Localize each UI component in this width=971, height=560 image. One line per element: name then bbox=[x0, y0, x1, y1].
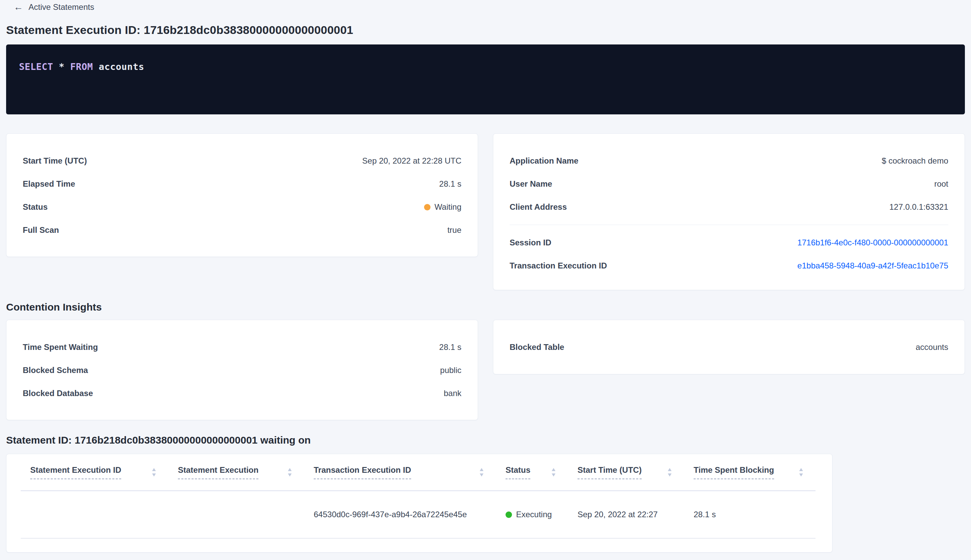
detail-row-status: Status Waiting bbox=[23, 195, 461, 218]
column-header-label: Transaction Execution ID bbox=[314, 465, 411, 479]
session-details-card: Application Name $ cockroach demo User N… bbox=[493, 133, 965, 290]
detail-row-application-name: Application Name $ cockroach demo bbox=[510, 149, 948, 172]
column-header-label: Time Spent Blocking bbox=[694, 465, 774, 479]
table-row: 64530d0c-969f-437e-a9b4-26a72245e45e Exe… bbox=[21, 491, 816, 538]
detail-row-full-scan: Full Scan true bbox=[23, 218, 461, 242]
column-header-statement-execution-id[interactable]: Statement Execution ID bbox=[21, 465, 169, 479]
detail-row-user-name: User Name root bbox=[510, 172, 948, 195]
detail-row-blocked-table: Blocked Table accounts bbox=[510, 336, 948, 359]
waiting-statements-table: Statement Execution ID Statement Executi… bbox=[6, 454, 833, 553]
status-text: Waiting bbox=[435, 202, 461, 212]
contention-insights-heading: Contention Insights bbox=[6, 300, 965, 315]
sort-icon[interactable] bbox=[551, 468, 556, 477]
cell-transaction-execution-id: 64530d0c-969f-437e-a9b4-26a72245e45e bbox=[304, 510, 496, 519]
column-header-label: Status bbox=[506, 465, 530, 479]
column-header-statement-execution[interactable]: Statement Execution bbox=[169, 465, 304, 479]
waiting-on-heading: Statement ID: 1716b218dc0b38380000000000… bbox=[6, 433, 965, 448]
detail-value: 127.0.0.1:63321 bbox=[889, 202, 949, 212]
detail-value: public bbox=[440, 365, 461, 375]
executing-status-dot-icon bbox=[506, 512, 512, 518]
detail-row-start-time: Start Time (UTC) Sep 20, 2022 at 22:28 U… bbox=[23, 149, 461, 172]
sql-star: * bbox=[59, 62, 65, 72]
back-arrow-icon: ← bbox=[13, 2, 23, 12]
sort-icon[interactable] bbox=[799, 468, 803, 477]
detail-label: Session ID bbox=[510, 238, 551, 247]
cell-status: Executing bbox=[496, 510, 568, 519]
table-header-row: Statement Execution ID Statement Executi… bbox=[21, 454, 816, 491]
detail-row-blocked-database: Blocked Database bank bbox=[23, 382, 461, 405]
statement-details-card: Start Time (UTC) Sep 20, 2022 at 22:28 U… bbox=[6, 133, 478, 257]
page-title: Statement Execution ID: 1716b218dc0b3838… bbox=[6, 22, 965, 37]
detail-label: Status bbox=[23, 202, 48, 212]
column-header-label: Statement Execution ID bbox=[30, 465, 121, 479]
session-id-link[interactable]: 1716b1f6-4e0c-f480-0000-000000000001 bbox=[797, 238, 948, 247]
status-text: Executing bbox=[516, 510, 552, 519]
breadcrumb-back-link[interactable]: ← Active Statements bbox=[13, 2, 94, 13]
status-badge: Waiting bbox=[424, 202, 461, 212]
detail-value: Sep 20, 2022 at 22:28 UTC bbox=[362, 156, 461, 166]
detail-row-blocked-schema: Blocked Schema public bbox=[23, 359, 461, 382]
detail-row-time-spent-waiting: Time Spent Waiting 28.1 s bbox=[23, 336, 461, 359]
sql-statement-box: SELECT * FROM accounts bbox=[6, 45, 965, 114]
detail-row-client-address: Client Address 127.0.0.1:63321 bbox=[510, 195, 948, 218]
blocked-table-card: Blocked Table accounts bbox=[493, 320, 965, 374]
column-header-label: Statement Execution bbox=[178, 465, 259, 479]
breadcrumb-label: Active Statements bbox=[28, 2, 94, 12]
sql-keyword-from: FROM bbox=[70, 62, 93, 72]
detail-label: Blocked Schema bbox=[23, 365, 88, 375]
detail-label: User Name bbox=[510, 179, 552, 189]
detail-label: Application Name bbox=[510, 156, 579, 166]
column-header-time-spent-blocking[interactable]: Time Spent Blocking bbox=[684, 465, 816, 479]
sql-keyword-select: SELECT bbox=[19, 62, 53, 72]
detail-value: true bbox=[447, 225, 461, 235]
waiting-status-dot-icon bbox=[424, 204, 430, 210]
column-header-status[interactable]: Status bbox=[496, 465, 568, 479]
detail-value: $ cockroach demo bbox=[882, 156, 948, 166]
column-header-transaction-execution-id[interactable]: Transaction Execution ID bbox=[304, 465, 496, 479]
transaction-execution-id-link[interactable]: e1bba458-5948-40a9-a42f-5feac1b10e75 bbox=[797, 261, 948, 270]
sort-icon[interactable] bbox=[479, 468, 484, 477]
column-header-start-time[interactable]: Start Time (UTC) bbox=[568, 465, 684, 479]
detail-label: Start Time (UTC) bbox=[23, 156, 87, 166]
detail-row-transaction-execution-id: Transaction Execution ID e1bba458-5948-4… bbox=[510, 254, 948, 277]
sort-icon[interactable] bbox=[667, 468, 672, 477]
detail-label: Transaction Execution ID bbox=[510, 261, 607, 270]
sort-icon[interactable] bbox=[152, 468, 156, 477]
detail-value: root bbox=[934, 179, 948, 189]
detail-value: 28.1 s bbox=[439, 342, 461, 352]
cell-start-time: Sep 20, 2022 at 22:27 bbox=[568, 510, 684, 519]
column-header-label: Start Time (UTC) bbox=[577, 465, 642, 479]
sort-icon[interactable] bbox=[287, 468, 292, 477]
detail-value: bank bbox=[444, 388, 461, 398]
cell-time-spent-blocking: 28.1 s bbox=[684, 510, 816, 519]
detail-label: Client Address bbox=[510, 202, 567, 212]
detail-row-session-id: Session ID 1716b1f6-4e0c-f480-0000-00000… bbox=[510, 231, 948, 254]
detail-value: 28.1 s bbox=[439, 179, 461, 189]
contention-details-card: Time Spent Waiting 28.1 s Blocked Schema… bbox=[6, 320, 478, 420]
detail-label: Elapsed Time bbox=[23, 179, 75, 189]
detail-value: accounts bbox=[916, 342, 948, 352]
detail-label: Time Spent Waiting bbox=[23, 342, 98, 352]
card-divider bbox=[510, 225, 948, 225]
detail-label: Full Scan bbox=[23, 225, 59, 235]
sql-table-name: accounts bbox=[99, 62, 144, 72]
sql-statement: SELECT * FROM accounts bbox=[19, 62, 952, 72]
detail-row-elapsed-time: Elapsed Time 28.1 s bbox=[23, 172, 461, 195]
detail-label: Blocked Database bbox=[23, 388, 93, 398]
statement-execution-details-page: ← Active Statements Statement Execution … bbox=[0, 2, 971, 560]
detail-label: Blocked Table bbox=[510, 342, 564, 352]
